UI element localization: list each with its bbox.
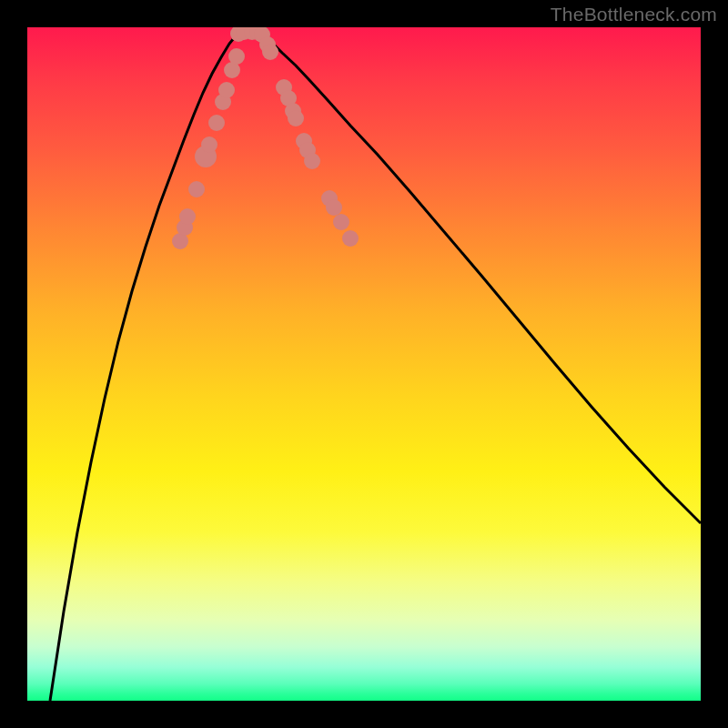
highlight-dot	[262, 44, 278, 60]
chart-svg	[27, 27, 701, 701]
highlight-dot	[228, 48, 245, 65]
watermark-text: TheBottleneck.com	[551, 4, 717, 25]
highlight-dot	[342, 230, 359, 247]
plot-area	[27, 27, 701, 701]
dot-layer	[172, 27, 359, 249]
curve-layer	[50, 32, 701, 701]
highlight-dot	[333, 214, 349, 230]
highlight-dot	[208, 115, 225, 131]
outer-frame: TheBottleneck.com	[0, 0, 728, 728]
highlight-dot	[201, 136, 217, 153]
bottleneck-curve	[50, 32, 701, 701]
highlight-dot	[304, 153, 320, 169]
highlight-dot	[326, 199, 342, 216]
highlight-dot	[188, 181, 205, 197]
highlight-dot	[218, 82, 235, 98]
highlight-dot	[179, 208, 196, 225]
highlight-dot	[288, 110, 304, 126]
